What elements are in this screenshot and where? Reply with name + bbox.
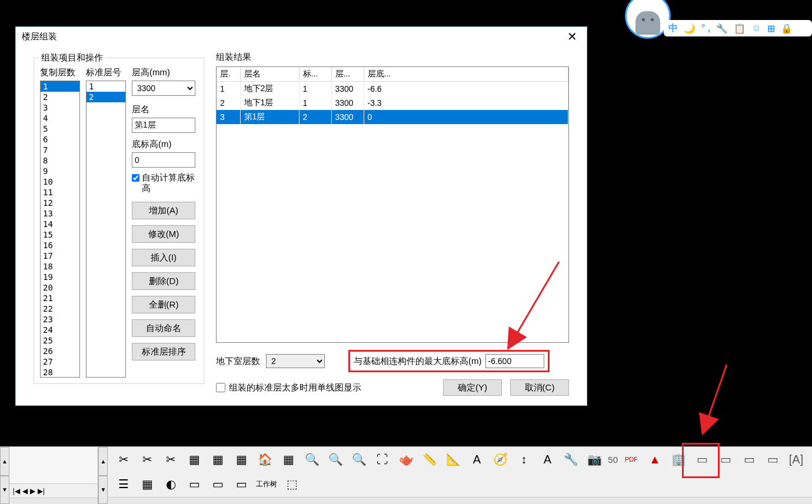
table-row[interactable]: 1地下2层13300-6.6 (217, 82, 568, 96)
teapot-icon[interactable]: 🫖 (396, 449, 416, 469)
camera-icon[interactable]: 📷 (584, 449, 604, 469)
ime-clip-icon[interactable]: 📋 (734, 23, 746, 34)
cancel-button[interactable]: 取消(C) (510, 379, 569, 396)
clear-button[interactable]: 全删(R) (132, 296, 195, 313)
list-item[interactable]: 24 (41, 325, 79, 335)
list-item[interactable]: 2 (86, 92, 125, 102)
list-item[interactable]: 4 (41, 113, 79, 124)
list-item[interactable]: 9 (41, 166, 79, 176)
mark-icon[interactable]: ▭ (739, 449, 759, 469)
ime-lang-icon[interactable]: 中 (668, 22, 678, 35)
zoom-out-icon[interactable]: 🔍 (325, 449, 345, 469)
list-item[interactable]: 21 (41, 293, 79, 303)
caliper-icon[interactable]: 📐 (443, 449, 463, 469)
col-elev[interactable]: 层底... (364, 67, 568, 82)
list-item[interactable]: 1 (41, 81, 79, 92)
list-item[interactable]: 22 (41, 303, 79, 314)
list-item[interactable]: 26 (41, 346, 79, 356)
col-height[interactable]: 层... (331, 67, 364, 82)
list-item[interactable]: 23 (41, 314, 79, 325)
list-item[interactable]: 8 (41, 155, 79, 166)
cubes-icon[interactable]: ▦ (231, 449, 251, 469)
floor-name-input[interactable] (132, 118, 195, 133)
ime-lock-icon[interactable]: 🔒 (781, 23, 793, 34)
list-item[interactable]: 7 (41, 145, 79, 155)
ime-moon-icon[interactable]: 🌙 (684, 23, 695, 34)
ime-toolbar[interactable]: 中 🌙 ° , 🔧 📋 ☺ ⊞ 🔒 (664, 20, 812, 36)
singleline-checkbox[interactable] (216, 383, 225, 392)
list-item[interactable]: 6 (41, 134, 79, 145)
scroll-up-icon[interactable]: ▲ (0, 447, 9, 476)
list-item[interactable]: 17 (41, 251, 79, 261)
compass-icon[interactable]: A (467, 449, 487, 469)
std-floor-list[interactable]: 12 (86, 81, 126, 378)
auto-calc-checkbox[interactable] (132, 174, 139, 182)
copy-count-list[interactable]: 1234567891011121314151617181920212223242… (40, 81, 80, 378)
autoname-button[interactable]: 自动命名 (132, 319, 195, 337)
cube-icon[interactable]: ▦ (184, 449, 204, 469)
list-item[interactable]: 12 (41, 198, 79, 208)
window1-icon[interactable]: ▭ (184, 474, 204, 494)
last-tool-icon[interactable]: ⬚ (282, 474, 302, 494)
add-button[interactable]: 增加(A) (132, 202, 195, 219)
list-item[interactable]: 3 (41, 102, 79, 113)
list-item[interactable]: 13 (41, 208, 79, 219)
base-elev-input[interactable] (132, 152, 195, 168)
stdsort-button[interactable]: 标准层排序 (132, 343, 195, 361)
list-item[interactable]: 5 (41, 124, 79, 134)
list-item[interactable]: 20 (41, 282, 79, 293)
house-icon[interactable]: 🏠 (255, 449, 275, 469)
list-item[interactable]: 28 (41, 367, 79, 378)
ime-wrench-icon[interactable]: 🔧 (716, 23, 728, 34)
list-icon[interactable]: ☰ (114, 474, 134, 494)
copy-icon[interactable]: ✂ (137, 449, 157, 469)
pie-icon[interactable]: ◐ (161, 474, 181, 494)
list-item[interactable]: 1 (86, 81, 125, 92)
tab-prev-icon[interactable]: ◀ (22, 487, 28, 495)
list-item[interactable]: 27 (41, 356, 79, 367)
list-item[interactable]: 18 (41, 261, 79, 272)
height-icon[interactable]: ↕ (514, 449, 534, 469)
ok-button[interactable]: 确定(Y) (443, 379, 502, 396)
window3-icon[interactable]: ▭ (231, 474, 251, 494)
col-std[interactable]: 标... (299, 67, 331, 82)
cube-view-icon[interactable]: ▦ (208, 449, 228, 469)
split-down-icon[interactable]: ▼ (98, 476, 108, 505)
crop-icon[interactable]: ⛶ (372, 449, 392, 469)
split-up-icon[interactable]: ▲ (98, 447, 108, 476)
window2-icon[interactable]: ▭ (208, 474, 228, 494)
basement-count-select[interactable]: 2 (266, 354, 325, 368)
tab-first-icon[interactable]: |◀ (13, 487, 20, 495)
list-item[interactable]: 11 (41, 187, 79, 198)
list-item[interactable]: 16 (41, 240, 79, 251)
cut-icon[interactable]: ✂ (114, 449, 134, 469)
pdf-icon[interactable]: PDF (621, 449, 641, 469)
annotate-icon[interactable]: ▭ (763, 449, 783, 469)
list-item[interactable]: 10 (41, 176, 79, 187)
dwg-icon[interactable]: ▲ (645, 449, 665, 469)
table-row[interactable]: 2地下1层13300-3.3 (217, 96, 568, 110)
close-icon[interactable]: ✕ (564, 29, 581, 44)
ime-smile-icon[interactable]: ☺ (751, 23, 761, 34)
max-elev-input[interactable] (485, 354, 544, 368)
cube2-icon[interactable]: ▦ (278, 449, 298, 469)
col-floor-name[interactable]: 层名 (240, 67, 299, 82)
tab-last-icon[interactable]: ▶| (38, 487, 45, 495)
search-icon[interactable]: 🔍 (302, 449, 322, 469)
ime-punct-icon[interactable]: ° , (701, 23, 710, 34)
paste-icon[interactable]: ✂ (161, 449, 181, 469)
list-item[interactable]: 15 (41, 229, 79, 240)
ime-grid-icon[interactable]: ⊞ (767, 23, 775, 34)
table-row[interactable]: 3第1层233000 (217, 110, 568, 124)
result-table[interactable]: 层. 层名 标... 层... 层底... 1地下2层13300-6.62地下1… (217, 67, 568, 124)
work-tree-button[interactable]: 工作树 (255, 474, 278, 494)
tab-next-icon[interactable]: ▶ (30, 487, 35, 495)
3d-icon[interactable]: ▦ (137, 474, 157, 494)
compass2-icon[interactable]: 🧭 (490, 449, 510, 469)
list-item[interactable]: 2 (41, 92, 79, 102)
insert-button[interactable]: 插入(I) (132, 249, 195, 266)
cam-icon[interactable]: 🔧 (561, 449, 581, 469)
scroll-down-icon[interactable]: ▼ (0, 476, 9, 505)
modify-button[interactable]: 修改(M) (132, 225, 195, 243)
list-item[interactable]: 19 (41, 272, 79, 282)
